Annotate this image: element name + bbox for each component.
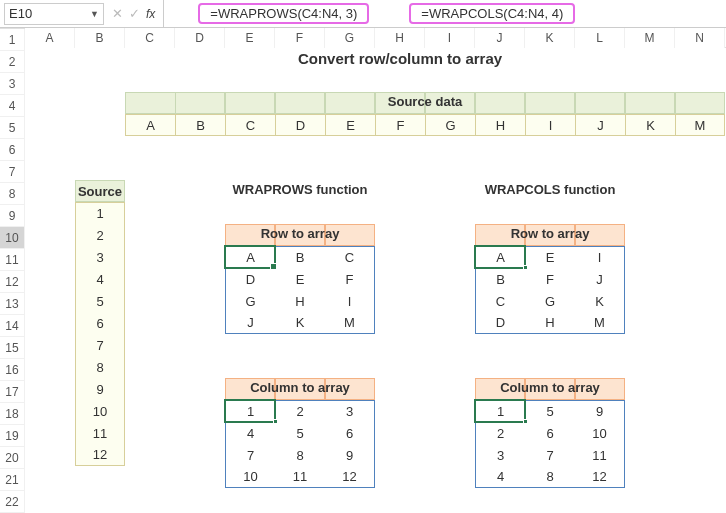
row-header[interactable]: 22 — [0, 491, 25, 513]
cell[interactable] — [425, 224, 475, 246]
cell[interactable]: 3 — [475, 444, 525, 466]
cell[interactable] — [125, 224, 175, 246]
cell[interactable]: 8 — [525, 466, 575, 488]
cell[interactable] — [25, 202, 75, 224]
cell[interactable] — [275, 202, 325, 224]
cell[interactable] — [625, 246, 675, 268]
cell[interactable] — [425, 136, 475, 158]
column-header[interactable]: I — [425, 28, 475, 48]
cell[interactable] — [225, 202, 275, 224]
row-header[interactable]: 10 — [0, 227, 25, 249]
cell[interactable] — [325, 158, 375, 180]
column-header[interactable]: N — [675, 28, 725, 48]
cell[interactable] — [425, 422, 475, 444]
cell[interactable] — [625, 466, 675, 488]
cell[interactable]: B — [175, 114, 225, 136]
cell[interactable] — [525, 356, 575, 378]
cell[interactable] — [25, 312, 75, 334]
cell[interactable] — [275, 356, 325, 378]
cell[interactable] — [675, 136, 725, 158]
cell[interactable] — [675, 246, 725, 268]
cell[interactable]: 4 — [75, 268, 125, 290]
cell[interactable]: 8 — [275, 444, 325, 466]
cell[interactable] — [25, 136, 75, 158]
cell[interactable]: 5 — [275, 422, 325, 444]
cell[interactable]: I — [575, 246, 625, 268]
cell[interactable]: A — [225, 246, 275, 268]
row-header[interactable]: 7 — [0, 161, 25, 183]
cell[interactable] — [125, 136, 175, 158]
chevron-down-icon[interactable]: ▼ — [90, 9, 99, 19]
cell[interactable] — [25, 224, 75, 246]
cell[interactable] — [175, 70, 225, 92]
row-header[interactable]: 20 — [0, 447, 25, 469]
cell[interactable]: 7 — [75, 334, 125, 356]
cell[interactable] — [175, 290, 225, 312]
cell[interactable]: M — [575, 312, 625, 334]
cell[interactable]: K — [625, 114, 675, 136]
cell[interactable]: 11 — [75, 422, 125, 444]
cell[interactable] — [375, 444, 425, 466]
cell[interactable] — [75, 48, 125, 70]
cell[interactable] — [375, 158, 425, 180]
cell[interactable] — [25, 180, 75, 202]
cell[interactable] — [25, 334, 75, 356]
cell[interactable]: 3 — [325, 400, 375, 422]
column-header[interactable]: C — [125, 28, 175, 48]
cell[interactable]: G — [525, 290, 575, 312]
cell[interactable] — [675, 48, 725, 70]
cell[interactable] — [375, 466, 425, 488]
cell[interactable] — [625, 378, 675, 400]
cell[interactable]: 7 — [525, 444, 575, 466]
cell[interactable]: 4 — [225, 422, 275, 444]
cell[interactable] — [175, 158, 225, 180]
cell[interactable]: J — [225, 312, 275, 334]
row-header[interactable]: 19 — [0, 425, 25, 447]
cell[interactable] — [625, 334, 675, 356]
cell[interactable] — [625, 70, 675, 92]
cell[interactable]: A — [125, 114, 175, 136]
cell[interactable] — [325, 488, 375, 510]
cell[interactable] — [325, 334, 375, 356]
cell[interactable] — [275, 136, 325, 158]
cell[interactable] — [125, 444, 175, 466]
cell[interactable] — [175, 224, 225, 246]
cell[interactable] — [675, 290, 725, 312]
cell[interactable] — [175, 48, 225, 70]
cell[interactable] — [175, 136, 225, 158]
cell[interactable]: D — [275, 114, 325, 136]
cell[interactable] — [175, 180, 225, 202]
cell[interactable] — [225, 136, 275, 158]
column-header[interactable]: L — [575, 28, 625, 48]
cell[interactable] — [125, 246, 175, 268]
row-header[interactable]: 17 — [0, 381, 25, 403]
cell[interactable]: F — [325, 268, 375, 290]
cell[interactable] — [75, 488, 125, 510]
cell[interactable] — [475, 136, 525, 158]
cell[interactable]: 2 — [275, 400, 325, 422]
cell[interactable]: H — [475, 114, 525, 136]
spreadsheet-grid[interactable]: ABCDEFGHIJKMSource123ABCAEI4DEFBFJ5GHICG… — [25, 48, 726, 513]
cell[interactable]: 9 — [75, 378, 125, 400]
column-header[interactable]: J — [475, 28, 525, 48]
cell[interactable]: H — [275, 290, 325, 312]
cell[interactable] — [175, 422, 225, 444]
cell[interactable] — [675, 422, 725, 444]
cell[interactable]: A — [475, 246, 525, 268]
cell[interactable] — [175, 268, 225, 290]
cell[interactable] — [375, 334, 425, 356]
cell[interactable] — [375, 268, 425, 290]
cell[interactable] — [125, 488, 175, 510]
row-header[interactable]: 1 — [0, 29, 25, 51]
cell[interactable] — [175, 400, 225, 422]
cell[interactable]: K — [275, 312, 325, 334]
cell[interactable] — [625, 400, 675, 422]
cell[interactable]: M — [325, 312, 375, 334]
cell[interactable] — [125, 422, 175, 444]
cell[interactable]: 1 — [225, 400, 275, 422]
cell[interactable] — [525, 488, 575, 510]
cell[interactable] — [425, 268, 475, 290]
cell[interactable] — [125, 158, 175, 180]
column-header[interactable]: H — [375, 28, 425, 48]
cell[interactable] — [125, 356, 175, 378]
